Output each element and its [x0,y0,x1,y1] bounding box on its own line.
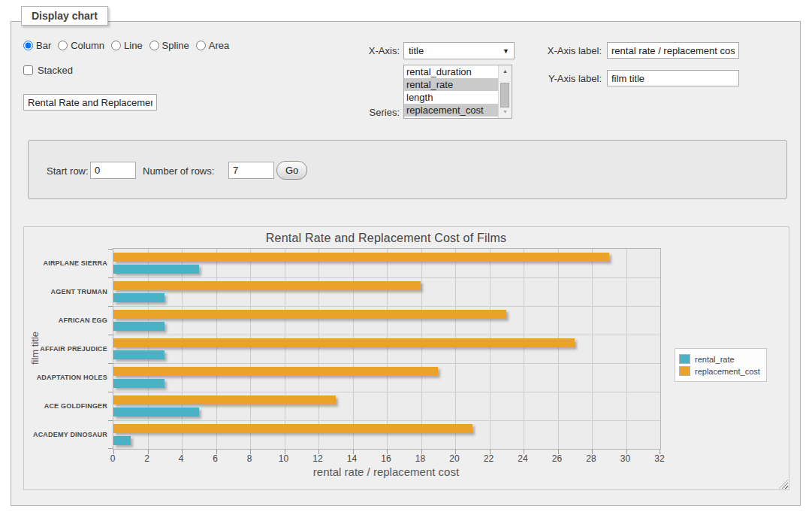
chart-type-option-spline[interactable]: Spline [149,40,189,51]
series-listbox[interactable]: rental_durationrental_ratelengthreplacem… [403,65,512,119]
listbox-scrollbar[interactable]: ▲ ▼ [498,65,512,118]
x-tick-label: 22 [484,453,494,464]
x-axis-label-field-label: X-Axis label: [527,45,602,56]
scrollbar-thumb[interactable] [500,83,509,108]
scroll-up-icon[interactable]: ▲ [499,66,512,77]
x-tick-label: 14 [347,453,357,464]
bar-rental_rate-adaptation-holes [113,379,165,388]
x-tick-label: 24 [518,453,527,464]
x-tick-label: 6 [213,453,218,464]
legend-swatch-replacement_cost [679,366,690,376]
num-rows-input[interactable] [228,162,274,179]
chart-type-radio-bar[interactable] [23,41,33,50]
bar-replacement_cost-agent-truman [113,281,421,290]
x-axis-label-input[interactable] [607,42,739,59]
category-band: AFFAIR PREJUDICE [113,335,660,363]
category-band: ACADEMY DINOSAUR [113,420,660,449]
x-tick-label: 2 [144,453,149,464]
chart-type-option-bar[interactable]: Bar [23,40,51,51]
x-tick-label: 32 [654,453,664,464]
x-tick-label: 4 [179,453,184,464]
chart-title: Rental Rate and Replacement Cost of Film… [113,232,660,245]
y-axis-tick [108,392,113,392]
bar-replacement_cost-airplane-sierra [113,253,609,262]
display-chart-panel: BarColumnLineSplineArea Stacked X-Axis: … [11,21,801,506]
stacked-label: Stacked [38,65,73,76]
chart-type-label: Area [209,40,229,51]
chart-type-radio-spline[interactable] [149,41,159,50]
y-category-label: AFFAIR PREJUDICE [20,345,107,353]
x-axis-title: rental rate / replacement cost [113,465,660,478]
chart-type-label: Bar [36,40,51,51]
series-field-label: Series: [340,107,400,118]
bar-replacement_cost-adaptation-holes [113,367,438,376]
chart-title-input[interactable] [23,94,157,111]
y-axis-tick [108,277,113,278]
stacked-option[interactable]: Stacked [23,65,73,76]
x-tick-label: 30 [620,453,630,464]
category-band: ACE GOLDFINGER [113,392,660,420]
chart-type-radio-column[interactable] [58,41,68,50]
y-category-label: AFRICAN EGG [20,317,107,324]
x-tick-label: 10 [279,453,288,464]
y-axis-tick [108,335,113,335]
chart-type-label: Column [71,40,104,51]
x-tick-label: 12 [312,453,322,464]
chart-type-radio-area[interactable] [196,41,206,50]
legend-item-replacement_cost: replacement_cost [679,366,760,376]
bar-rental_rate-airplane-sierra [113,265,199,274]
chart-type-option-area[interactable]: Area [196,40,229,51]
y-axis-tick [108,306,113,307]
chart-type-label: Spline [162,40,189,51]
scroll-down-icon[interactable]: ▼ [499,107,512,117]
panel-title: Display chart [21,6,108,26]
series-option-rental_duration[interactable]: rental_duration [404,65,498,78]
x-axis-selected-value: title [409,45,424,56]
chart-type-radiogroup: BarColumnLineSplineArea [23,40,236,51]
bar-rental_rate-african-egg [113,322,165,331]
y-category-label: ACADEMY DINOSAUR [20,431,107,438]
series-option-rental_rate[interactable]: rental_rate [404,78,498,91]
y-category-label: ACE GOLDFINGER [20,402,107,410]
legend-swatch-rental_rate [679,354,690,364]
y-axis-tick [108,249,113,250]
chart-type-option-column[interactable]: Column [58,40,104,51]
bar-replacement_cost-african-egg [113,310,506,319]
x-tick-label: 16 [381,453,391,464]
y-axis-label-input[interactable] [607,70,739,86]
chart-type-label: Line [124,40,143,51]
dropdown-arrow-icon: ▼ [503,47,509,55]
y-axis-tick [108,420,113,421]
bar-rental_rate-agent-truman [113,293,165,302]
legend-item-rental_rate: rental_rate [679,354,760,364]
chart-type-option-line[interactable]: Line [111,40,143,51]
x-axis-select[interactable]: title ▼ [403,42,515,59]
chart-legend: rental_ratereplacement_cost [675,348,767,382]
x-tick-label: 0 [110,453,116,464]
row-range-panel: Start row: Number of rows: Go [28,140,787,199]
y-category-label: AIRPLANE SIERRA [20,259,107,267]
y-axis-label-field-label: Y-Axis label: [527,73,602,84]
x-tick-label: 8 [247,453,252,464]
x-tick-label: 26 [552,453,562,464]
series-options: rental_durationrental_ratelengthreplacem… [404,65,498,118]
bar-replacement_cost-affair-prejudice [113,338,575,347]
stacked-checkbox[interactable] [23,65,33,75]
x-axis-field-label: X-Axis: [340,45,400,56]
chart-type-radio-line[interactable] [111,41,121,50]
legend-label: replacement_cost [695,367,760,376]
y-axis-tick [108,448,113,449]
series-option-replacement_cost[interactable]: replacement_cost [404,104,498,117]
series-option-length[interactable]: length [404,91,498,104]
x-tick-label: 18 [415,453,425,464]
bar-rental_rate-ace-goldfinger [113,407,199,417]
x-tick-label: 28 [586,453,596,464]
chart-resize-handle[interactable] [779,480,788,489]
legend-label: rental_rate [695,355,735,364]
y-axis-tick [108,363,113,364]
chart-container: Rental Rate and Replacement Cost of Film… [23,226,789,490]
go-button[interactable]: Go [276,161,307,180]
start-row-input[interactable] [90,162,136,179]
y-category-label: ADAPTATION HOLES [20,374,107,381]
category-band: AIRPLANE SIERRA [113,249,660,277]
